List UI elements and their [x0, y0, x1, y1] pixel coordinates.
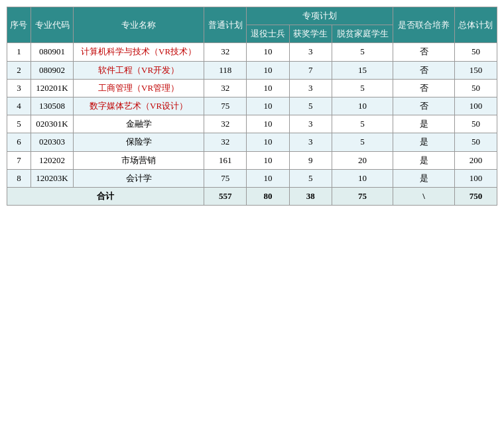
cell-joint: 是 — [393, 151, 455, 169]
table-row: 8120203K会计学7510510是100 — [7, 169, 497, 187]
table-row: 6020303保险学321035是50 — [7, 133, 497, 151]
cell-retired: 10 — [247, 61, 289, 79]
cell-retired: 10 — [247, 151, 289, 169]
cell-joint: 否 — [393, 43, 455, 61]
cell-name: 计算机科学与技术（VR技术） — [74, 43, 204, 61]
col-general: 普通计划 — [204, 7, 247, 43]
cell-joint: 是 — [393, 115, 455, 133]
footer-poverty: 75 — [332, 187, 393, 205]
cell-index: 7 — [7, 151, 31, 169]
cell-joint: 否 — [393, 97, 455, 115]
cell-code: 120201K — [31, 79, 73, 97]
cell-name: 工商管理（VR管理） — [74, 79, 204, 97]
cell-index: 8 — [7, 169, 31, 187]
cell-award: 3 — [289, 133, 332, 151]
cell-poverty: 5 — [332, 79, 393, 97]
footer-joint: \ — [393, 187, 455, 205]
cell-poverty: 5 — [332, 115, 393, 133]
footer-general: 557 — [204, 187, 247, 205]
cell-total: 100 — [454, 97, 497, 115]
cell-joint: 否 — [393, 79, 455, 97]
cell-general: 32 — [204, 115, 247, 133]
cell-retired: 10 — [247, 43, 289, 61]
cell-retired: 10 — [247, 97, 289, 115]
table-body: 1080901计算机科学与技术（VR技术）321035否502080902软件工… — [7, 43, 497, 206]
cell-total: 50 — [454, 115, 497, 133]
footer-row: 合计557803875\750 — [7, 187, 497, 205]
cell-joint: 是 — [393, 133, 455, 151]
cell-retired: 10 — [247, 115, 289, 133]
cell-index: 2 — [7, 61, 31, 79]
cell-total: 200 — [454, 151, 497, 169]
cell-poverty: 5 — [332, 43, 393, 61]
table-row: 4130508数字媒体艺术（VR设计）7510510否100 — [7, 97, 497, 115]
cell-code: 120202 — [31, 151, 73, 169]
table-row: 3120201K工商管理（VR管理）321035否50 — [7, 79, 497, 97]
cell-award: 7 — [289, 61, 332, 79]
cell-general: 75 — [204, 169, 247, 187]
table-row: 7120202市场营销16110920是200 — [7, 151, 497, 169]
table-container: 序号 专业代码 专业名称 普通计划 专项计划 是否联合培养 总体计划 退役士兵 … — [7, 7, 497, 206]
cell-poverty: 10 — [332, 97, 393, 115]
cell-index: 3 — [7, 79, 31, 97]
enrollment-table: 序号 专业代码 专业名称 普通计划 专项计划 是否联合培养 总体计划 退役士兵 … — [7, 7, 497, 206]
cell-general: 75 — [204, 97, 247, 115]
cell-total: 100 — [454, 169, 497, 187]
cell-general: 161 — [204, 151, 247, 169]
col-poverty: 脱贫家庭学生 — [332, 25, 393, 43]
cell-retired: 10 — [247, 79, 289, 97]
col-name: 专业名称 — [74, 7, 204, 43]
col-joint: 是否联合培养 — [393, 7, 455, 43]
cell-award: 3 — [289, 43, 332, 61]
cell-general: 32 — [204, 79, 247, 97]
col-award: 获奖学生 — [289, 25, 332, 43]
cell-joint: 是 — [393, 169, 455, 187]
cell-code: 020303 — [31, 133, 73, 151]
cell-poverty: 10 — [332, 169, 393, 187]
cell-code: 120203K — [31, 169, 73, 187]
col-total: 总体计划 — [454, 7, 497, 43]
cell-general: 32 — [204, 43, 247, 61]
cell-award: 5 — [289, 169, 332, 187]
cell-retired: 10 — [247, 169, 289, 187]
col-index: 序号 — [7, 7, 31, 43]
cell-joint: 否 — [393, 61, 455, 79]
cell-poverty: 5 — [332, 133, 393, 151]
cell-general: 32 — [204, 133, 247, 151]
cell-award: 3 — [289, 79, 332, 97]
cell-index: 1 — [7, 43, 31, 61]
cell-index: 6 — [7, 133, 31, 151]
cell-general: 118 — [204, 61, 247, 79]
cell-code: 020301K — [31, 115, 73, 133]
header-row-1: 序号 专业代码 专业名称 普通计划 专项计划 是否联合培养 总体计划 — [7, 7, 497, 25]
footer-total: 750 — [454, 187, 497, 205]
cell-retired: 10 — [247, 133, 289, 151]
cell-code: 080901 — [31, 43, 73, 61]
cell-total: 50 — [454, 133, 497, 151]
footer-retired: 80 — [247, 187, 289, 205]
cell-name: 金融学 — [74, 115, 204, 133]
cell-name: 会计学 — [74, 169, 204, 187]
cell-code: 080902 — [31, 61, 73, 79]
cell-total: 50 — [454, 79, 497, 97]
cell-name: 市场营销 — [74, 151, 204, 169]
table-row: 2080902软件工程（VR开发）11810715否150 — [7, 61, 497, 79]
footer-label: 合计 — [7, 187, 204, 205]
table-row: 1080901计算机科学与技术（VR技术）321035否50 — [7, 43, 497, 61]
cell-total: 50 — [454, 43, 497, 61]
cell-name: 数字媒体艺术（VR设计） — [74, 97, 204, 115]
footer-award: 38 — [289, 187, 332, 205]
table-row: 5020301K金融学321035是50 — [7, 115, 497, 133]
cell-total: 150 — [454, 61, 497, 79]
cell-award: 5 — [289, 97, 332, 115]
cell-name: 软件工程（VR开发） — [74, 61, 204, 79]
cell-index: 4 — [7, 97, 31, 115]
col-retired: 退役士兵 — [247, 25, 289, 43]
cell-poverty: 15 — [332, 61, 393, 79]
cell-index: 5 — [7, 115, 31, 133]
cell-code: 130508 — [31, 97, 73, 115]
cell-poverty: 20 — [332, 151, 393, 169]
cell-award: 3 — [289, 115, 332, 133]
col-special-plan: 专项计划 — [247, 7, 393, 25]
cell-award: 9 — [289, 151, 332, 169]
